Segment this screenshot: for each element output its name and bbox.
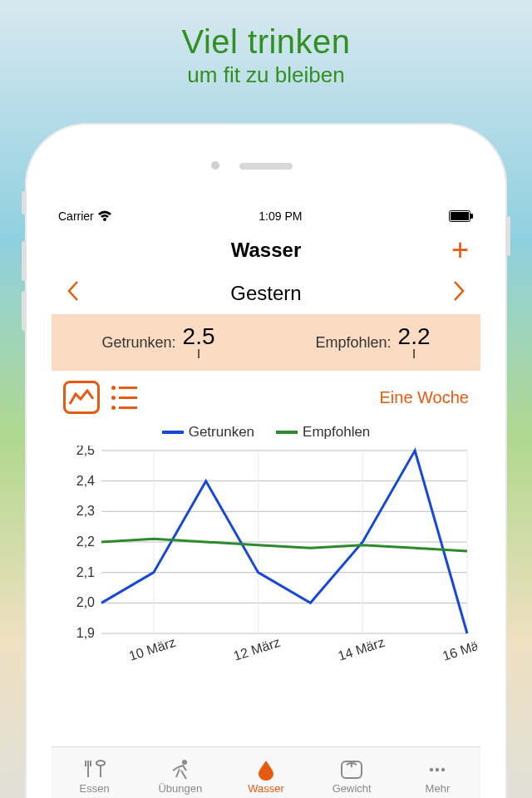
svg-text:2,2: 2,2: [76, 534, 95, 549]
mute-switch: [22, 191, 27, 214]
metric-drunk-value: 2.5: [183, 323, 215, 349]
screen: Carrier 1:09 PM Wasser + Gestern Getrunk…: [52, 204, 480, 798]
tab-label: Mehr: [426, 782, 451, 795]
chart-plot: 1,92,02,12,22,32,42,510 März12 März14 Mä…: [55, 446, 477, 678]
legend-drunk-label: Getrunken: [189, 424, 254, 441]
date-next-button[interactable]: [452, 279, 466, 308]
tab-label: Wasser: [248, 782, 284, 795]
summary-band: Getrunken: 2.5 l Empfohlen: 2.2 l: [52, 314, 480, 371]
svg-point-27: [430, 768, 433, 771]
tab-label: Gewicht: [332, 782, 372, 795]
svg-rect-1: [451, 212, 469, 220]
legend-recommended-label: Empfohlen: [303, 424, 370, 441]
svg-text:2,3: 2,3: [76, 504, 95, 518]
tab-bar: Essen Übungen Wasser Gewicht Mehr: [52, 746, 480, 798]
svg-text:2,0: 2,0: [76, 595, 95, 609]
tab-label: Übungen: [158, 782, 202, 795]
water-drop-icon: [254, 759, 278, 781]
legend-recommended: Empfohlen: [276, 424, 370, 441]
tab-mehr[interactable]: Mehr: [395, 747, 480, 798]
scale-icon: [339, 759, 364, 781]
list-view-button[interactable]: [111, 382, 145, 412]
phone-frame: Carrier 1:09 PM Wasser + Gestern Getrunk…: [27, 125, 505, 798]
page-title: Wasser: [231, 239, 302, 261]
range-selector[interactable]: Eine Woche: [380, 388, 469, 407]
tab-wasser[interactable]: Wasser: [223, 747, 308, 798]
legend-drunk: Getrunken: [162, 424, 254, 441]
metric-recommended-value: 2.2: [398, 323, 431, 349]
chart-view-button[interactable]: [63, 381, 100, 414]
metric-recommended-label: Empfohlen:: [316, 334, 392, 352]
exercise-icon: [168, 759, 193, 781]
view-toggle-row: Eine Woche: [52, 371, 480, 424]
svg-point-25: [182, 760, 187, 765]
tab-label: Essen: [80, 782, 110, 795]
power-button: [505, 216, 510, 256]
chart-legend: Getrunken Empfohlen: [55, 424, 477, 441]
battery-icon: [449, 210, 474, 222]
svg-text:2,1: 2,1: [76, 565, 95, 579]
chevron-left-icon: [66, 280, 80, 302]
tab-gewicht[interactable]: Gewicht: [309, 747, 395, 798]
metric-drunk-unit: l: [183, 348, 215, 360]
promo-heading: Viel trinken: [0, 23, 532, 61]
chart-area: Getrunken Empfohlen 1,92,02,12,22,32,42,…: [52, 424, 480, 678]
date-selector: Gestern: [52, 273, 480, 314]
svg-text:12 März: 12 März: [232, 635, 282, 663]
svg-point-29: [441, 768, 445, 771]
date-label[interactable]: Gestern: [230, 282, 301, 305]
metric-drunk-label: Getrunken:: [102, 334, 176, 352]
date-prev-button[interactable]: [66, 279, 80, 308]
add-button[interactable]: +: [451, 228, 469, 273]
svg-text:10 März: 10 März: [127, 635, 177, 663]
nav-bar: Wasser +: [52, 228, 480, 273]
svg-point-28: [436, 768, 439, 771]
chevron-right-icon: [452, 280, 466, 302]
svg-text:2,5: 2,5: [76, 446, 95, 457]
promo-subheading: um fit zu bleiben: [0, 62, 532, 88]
clock-label: 1:09 PM: [259, 209, 302, 223]
wifi-icon: [97, 210, 112, 222]
volume-down-button: [22, 291, 27, 331]
promo-tagline: Viel trinken um fit zu bleiben: [0, 0, 532, 88]
front-camera: [211, 161, 219, 170]
svg-text:2,4: 2,4: [76, 474, 95, 488]
svg-text:1,9: 1,9: [76, 626, 95, 640]
svg-rect-2: [470, 214, 473, 219]
status-bar: Carrier 1:09 PM: [52, 204, 480, 228]
metric-drunk: Getrunken: 2.5 l: [102, 325, 215, 360]
metric-recommended-unit: l: [398, 348, 431, 360]
speaker-grill: [239, 163, 293, 170]
more-icon: [425, 759, 450, 781]
tab-uebungen[interactable]: Übungen: [137, 747, 223, 798]
carrier-label: Carrier: [58, 209, 94, 223]
metric-recommended: Empfohlen: 2.2 l: [316, 325, 431, 360]
tab-essen[interactable]: Essen: [52, 747, 137, 798]
food-icon: [82, 759, 107, 781]
volume-up-button: [22, 241, 27, 281]
chart-icon: [69, 387, 94, 407]
svg-text:14 März: 14 März: [336, 635, 386, 663]
svg-text:16 März: 16 März: [441, 635, 477, 663]
